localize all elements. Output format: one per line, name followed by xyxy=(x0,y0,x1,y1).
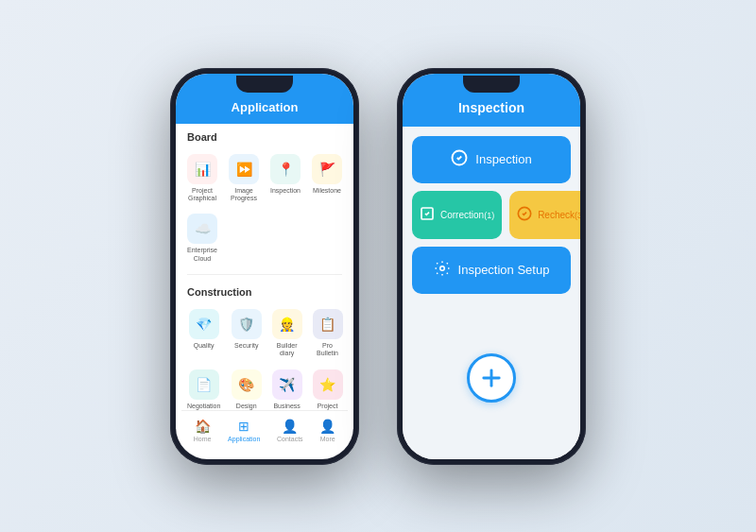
board-section-title: Board xyxy=(176,124,353,146)
inspection-btn-icon xyxy=(451,149,468,170)
svg-point-3 xyxy=(439,266,444,270)
contacts-nav-label: Contacts xyxy=(277,436,303,442)
inspection-btn-label: Inspection xyxy=(475,152,531,166)
nav-application[interactable]: ⊞ Application xyxy=(228,419,260,442)
project-graphical-icon: 📊 xyxy=(187,154,217,184)
application-nav-label: Application xyxy=(228,436,260,442)
negotiation-icon: 📄 xyxy=(189,369,219,400)
construction-section-title: Construction xyxy=(176,279,353,301)
recheck-btn-icon xyxy=(517,206,532,224)
list-item[interactable]: 🚩 Milestone xyxy=(308,150,346,207)
quality-label: Quality xyxy=(194,342,215,350)
list-item[interactable]: 📍 Inspection xyxy=(266,150,304,207)
left-screen: Application Board 📊 Project Graphical ⏩ … xyxy=(176,74,353,459)
inspection-setup-button[interactable]: Inspection Setup xyxy=(412,247,571,294)
list-item[interactable]: 📊 Project Graphical xyxy=(183,150,221,207)
bottom-nav: 🏠 Home ⊞ Application 👤 Contacts 👤 More xyxy=(181,410,348,454)
home-nav-label: Home xyxy=(194,436,212,442)
more-icon: 👤 xyxy=(319,419,335,434)
divider-1 xyxy=(187,274,342,275)
correction-button[interactable]: Correction(1) xyxy=(412,191,502,239)
business-visa-icon: ✈️ xyxy=(272,369,302,400)
project-graphical-label: Project Graphical xyxy=(185,187,219,203)
design-change-icon: 🎨 xyxy=(232,369,262,400)
right-notch xyxy=(463,76,520,93)
more-nav-label: More xyxy=(320,436,335,442)
board-grid: 📊 Project Graphical ⏩ Image Progress 📍 I… xyxy=(176,146,353,271)
right-app-title: Inspection xyxy=(403,100,580,115)
security-icon: 🛡️ xyxy=(232,309,262,339)
milestone-label: Milestone xyxy=(313,187,341,195)
application-icon: ⊞ xyxy=(238,419,249,434)
list-item[interactable]: 🛡️ Security xyxy=(228,305,265,362)
list-item[interactable]: 👷 Builder diary xyxy=(268,305,305,362)
list-item[interactable]: 📋 Pro Bulletin xyxy=(309,305,346,362)
recheck-button[interactable]: Recheck(3) xyxy=(509,191,580,239)
contacts-icon: 👤 xyxy=(282,419,298,434)
security-label: Security xyxy=(234,342,258,350)
left-notch xyxy=(236,76,293,93)
right-screen: Inspection Inspection xyxy=(403,74,580,459)
nav-home[interactable]: 🏠 Home xyxy=(194,419,212,442)
inspection-button[interactable]: Inspection xyxy=(412,136,571,183)
fab-button[interactable] xyxy=(467,353,516,403)
list-item[interactable]: ☁️ Enterprise Cloud xyxy=(183,210,221,266)
setup-btn-icon xyxy=(434,260,451,281)
nav-more[interactable]: 👤 More xyxy=(319,419,335,442)
builder-diary-label: Builder diary xyxy=(270,342,303,358)
left-app-title: Application xyxy=(176,100,353,114)
left-phone: Application Board 📊 Project Graphical ⏩ … xyxy=(170,68,359,465)
pro-bulletin-label: Pro Bulletin xyxy=(311,342,344,358)
recheck-btn-label: Recheck(3) xyxy=(538,210,580,220)
correction-btn-icon xyxy=(420,206,435,224)
enterprise-cloud-label: Enterprise Cloud xyxy=(185,247,219,263)
pro-bulletin-icon: 📋 xyxy=(313,309,343,339)
milestone-icon: 🚩 xyxy=(312,154,342,184)
inspection-icon: 📍 xyxy=(270,154,301,184)
enterprise-cloud-icon: ☁️ xyxy=(187,214,217,244)
correction-btn-label: Correction(1) xyxy=(440,210,494,220)
fab-area xyxy=(412,301,571,455)
image-progress-icon: ⏩ xyxy=(229,154,259,184)
image-progress-label: Image Progress xyxy=(227,187,261,203)
list-item[interactable]: 💎 Quality xyxy=(183,305,224,362)
right-content: Inspection Correction(1) xyxy=(403,127,580,459)
inspection-label: Inspection xyxy=(270,187,301,195)
builder-diary-icon: 👷 xyxy=(272,309,302,339)
home-icon: 🏠 xyxy=(195,419,211,434)
nav-contacts[interactable]: 👤 Contacts xyxy=(277,419,303,442)
quality-icon: 💎 xyxy=(189,309,219,339)
negotiation-label: Negotiation xyxy=(187,403,220,410)
two-col-row: Correction(1) Recheck(3) xyxy=(412,191,571,239)
right-phone: Inspection Inspection xyxy=(397,68,586,465)
list-item[interactable]: ⏩ Image Progress xyxy=(225,150,263,207)
phones-container: Application Board 📊 Project Graphical ⏩ … xyxy=(151,49,605,484)
left-content: Board 📊 Project Graphical ⏩ Image Progre… xyxy=(176,124,353,429)
setup-btn-label: Inspection Setup xyxy=(458,263,550,277)
project-award-icon: ⭐ xyxy=(313,369,343,400)
